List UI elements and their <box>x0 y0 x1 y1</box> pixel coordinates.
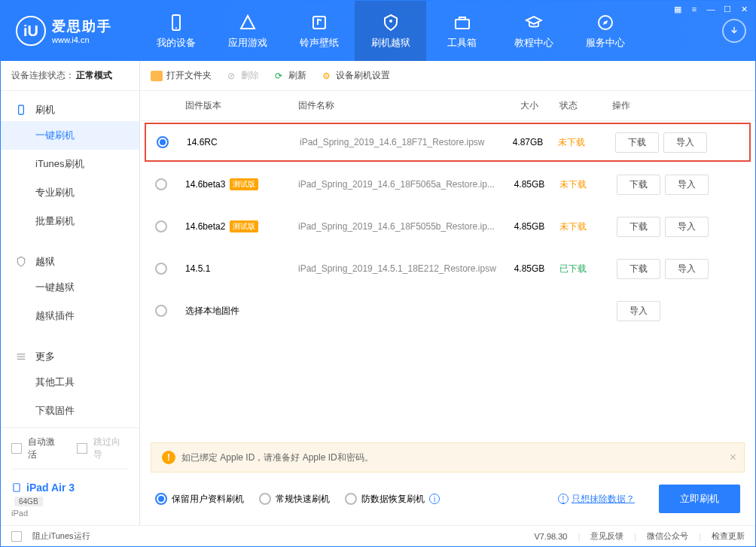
row-action-button[interactable]: 下载 <box>617 175 660 195</box>
local-firmware-row[interactable]: 选择本地固件导入 <box>140 290 755 332</box>
row-radio[interactable] <box>155 305 167 317</box>
radio-normal[interactable] <box>259 493 271 505</box>
row-action-button[interactable]: 导入 <box>663 132 707 153</box>
row-radio[interactable] <box>155 263 167 275</box>
nav-toolbox[interactable]: 工具箱 <box>426 1 498 61</box>
warning-icon: ! <box>162 451 175 464</box>
col-size: 大小 <box>499 99 559 112</box>
auto-activate-checkbox[interactable] <box>11 443 22 454</box>
auto-activate-label: 自动激活 <box>28 436 63 461</box>
row-action-button[interactable]: 导入 <box>665 217 709 237</box>
main-content: 打开文件夹 ⊘ 删除 ⟳ 刷新 ⚙ 设备刷机设置 固件版本 固件名称 大小 状态… <box>140 61 755 525</box>
header-right <box>722 19 746 43</box>
sidebar-item-oneclick-jailbreak[interactable]: 一键越狱 <box>1 273 139 302</box>
feedback-link[interactable]: 意见反馈 <box>590 530 623 542</box>
firmware-name: iPad_Spring_2019_14.6_18F71_Restore.ipsw <box>300 137 498 147</box>
firmware-size: 4.87GB <box>498 137 558 147</box>
option-normal-flash[interactable]: 常规快速刷机 <box>259 493 330 506</box>
wechat-link[interactable]: 微信公众号 <box>647 530 688 542</box>
svg-rect-4 <box>456 20 469 29</box>
sidebar-item-jailbreak-plugins[interactable]: 越狱插件 <box>1 302 139 330</box>
nav-my-device[interactable]: 我的设备 <box>140 1 212 61</box>
device-name[interactable]: iPad Air 3 <box>11 482 129 494</box>
firmware-version: 14.6RC <box>187 137 300 147</box>
flash-icon <box>14 103 28 117</box>
col-name: 固件名称 <box>298 99 499 112</box>
skip-wizard-checkbox[interactable] <box>77 443 87 454</box>
sidebar-item-batch-flash[interactable]: 批量刷机 <box>1 207 139 236</box>
menu-icon[interactable]: ≡ <box>689 4 700 14</box>
firmware-row[interactable]: 14.6beta2 测试版iPad_Spring_2019_14.6_18F50… <box>140 205 755 248</box>
block-itunes-checkbox[interactable] <box>11 531 22 542</box>
radio-keep-data[interactable] <box>155 493 167 505</box>
logo-area: iU 爱思助手 www.i4.cn <box>1 16 140 46</box>
shield-icon <box>382 12 400 33</box>
row-radio[interactable] <box>157 136 169 148</box>
sidebar-item-pro-flash[interactable]: 专业刷机 <box>1 178 139 207</box>
sidebar-group-jailbreak[interactable]: 越狱 <box>1 251 139 273</box>
nav-apps[interactable]: 应用游戏 <box>212 1 283 61</box>
firmware-row[interactable]: 14.6RCiPad_Spring_2019_14.6_18F71_Restor… <box>145 123 751 162</box>
check-update-link[interactable]: 检查更新 <box>712 530 745 542</box>
sidebar: 设备连接状态： 正常模式 刷机 一键刷机 iTunes刷机 专业刷机 批量刷机 … <box>1 61 140 525</box>
open-folder-button[interactable]: 打开文件夹 <box>151 69 212 82</box>
delete-icon: ⊘ <box>225 70 237 82</box>
sidebar-item-download-firmware[interactable]: 下载固件 <box>1 397 139 425</box>
maximize-icon[interactable]: ☐ <box>722 4 733 14</box>
sidebar-item-other-tools[interactable]: 其他工具 <box>1 368 139 397</box>
delete-button[interactable]: ⊘ 删除 <box>225 69 259 82</box>
gear-icon: ⚙ <box>320 70 332 82</box>
flash-now-button[interactable]: 立即刷机 <box>659 485 740 513</box>
toolbar: 打开文件夹 ⊘ 删除 ⟳ 刷新 ⚙ 设备刷机设置 <box>140 61 755 91</box>
close-icon[interactable]: ✕ <box>739 4 749 14</box>
row-radio[interactable] <box>155 178 167 190</box>
import-button[interactable]: 导入 <box>617 301 660 321</box>
app-title: 爱思助手 <box>52 17 112 35</box>
erase-only-link[interactable]: ! 只想抹除数据？ <box>558 493 635 506</box>
refresh-button[interactable]: ⟳ 刷新 <box>273 69 306 82</box>
refresh-icon: ⟳ <box>273 70 285 82</box>
nav-service[interactable]: 服务中心 <box>569 1 641 61</box>
row-action-button[interactable]: 下载 <box>615 132 659 153</box>
firmware-status: 未下载 <box>558 136 611 149</box>
col-action: 操作 <box>612 99 740 112</box>
row-action-button[interactable]: 导入 <box>665 259 709 279</box>
sidebar-group-more[interactable]: 更多 <box>1 345 139 368</box>
row-action-button[interactable]: 导入 <box>665 175 709 195</box>
alert-bar: ! 如已绑定 Apple ID，请准备好 Apple ID和密码。 × <box>151 442 745 473</box>
nav-flash-jailbreak[interactable]: 刷机越狱 <box>355 1 426 61</box>
skip-wizard-label: 跳过向导 <box>93 436 129 461</box>
device-type: iPad <box>11 509 129 518</box>
minimize-icon[interactable]: — <box>706 4 716 14</box>
svg-rect-6 <box>19 105 24 114</box>
phone-icon <box>167 12 185 33</box>
app-header: ▦ ≡ — ☐ ✕ iU 爱思助手 www.i4.cn 我的设备 应用游戏 铃声… <box>1 1 755 61</box>
settings-button[interactable]: ⚙ 设备刷机设置 <box>320 69 390 82</box>
svg-rect-10 <box>14 484 20 492</box>
sidebar-item-oneclick-flash[interactable]: 一键刷机 <box>1 121 139 150</box>
sidebar-group-flash[interactable]: 刷机 <box>1 99 139 121</box>
nav-ringtones[interactable]: 铃声壁纸 <box>283 1 355 61</box>
sidebar-item-itunes-flash[interactable]: iTunes刷机 <box>1 150 139 178</box>
htile-icon[interactable]: ▦ <box>672 4 683 14</box>
row-radio[interactable] <box>155 220 167 232</box>
download-manager-icon[interactable] <box>722 19 746 43</box>
firmware-name: iPad_Spring_2019_14.6_18F5055b_Restore.i… <box>298 221 499 232</box>
device-storage: 64GB <box>14 497 43 506</box>
row-action-button[interactable]: 下载 <box>617 259 660 279</box>
row-action-button[interactable]: 下载 <box>617 217 660 237</box>
option-anti-recovery[interactable]: 防数据恢复刷机 i <box>345 493 440 506</box>
firmware-version: 14.6beta2 测试版 <box>185 220 298 232</box>
app-subtitle: www.i4.cn <box>52 35 112 44</box>
app-version: V7.98.30 <box>534 532 567 541</box>
block-itunes-label: 阻止iTunes运行 <box>32 530 90 542</box>
option-keep-data[interactable]: 保留用户资料刷机 <box>155 493 244 506</box>
radio-anti-recovery[interactable] <box>345 493 357 505</box>
col-version: 固件版本 <box>185 99 298 112</box>
firmware-row[interactable]: 14.5.1iPad_Spring_2019_14.5.1_18E212_Res… <box>140 248 755 290</box>
info-icon[interactable]: i <box>429 494 440 504</box>
footer: 阻止iTunes运行 V7.98.30 | 意见反馈 | 微信公众号 | 检查更… <box>1 525 755 546</box>
alert-close-icon[interactable]: × <box>730 451 736 464</box>
firmware-row[interactable]: 14.6beta3 测试版iPad_Spring_2019_14.6_18F50… <box>140 163 755 205</box>
nav-tutorials[interactable]: 教程中心 <box>498 1 569 61</box>
